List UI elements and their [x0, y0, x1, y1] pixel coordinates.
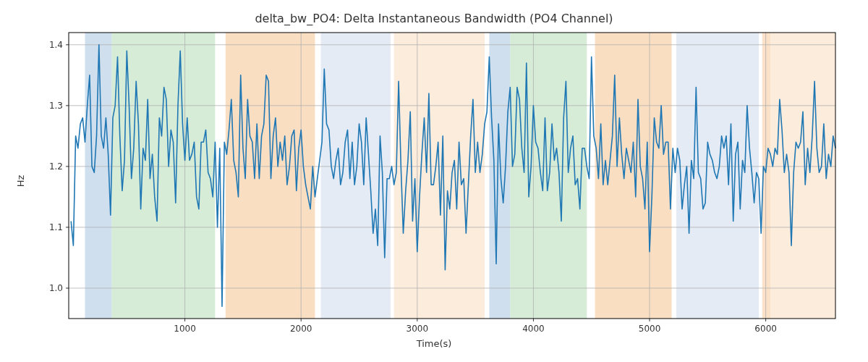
axes: 1000200030004000500060001.01.11.21.31.4 — [69, 33, 835, 319]
y-tick-label: 1.1 — [49, 222, 63, 232]
y-axis-label: Hz — [15, 175, 26, 188]
x-tick-label: 6000 — [754, 324, 777, 334]
y-tick-label: 1.3 — [49, 101, 63, 111]
x-tick-label: 2000 — [290, 324, 312, 334]
x-tick-label: 3000 — [407, 324, 429, 334]
y-tick-label: 1.0 — [49, 283, 63, 293]
chart-svg: 1000200030004000500060001.01.11.21.31.4 — [69, 33, 835, 319]
chart-title: delta_bw_PO4: Delta Instantaneous Bandwi… — [0, 12, 868, 25]
y-tick-label: 1.4 — [49, 40, 63, 50]
figure: delta_bw_PO4: Delta Instantaneous Bandwi… — [0, 0, 868, 362]
x-axis-label: Time(s) — [0, 338, 868, 349]
background-band — [510, 33, 587, 319]
x-tick-label: 1000 — [174, 324, 196, 334]
x-tick-label: 4000 — [522, 324, 545, 334]
y-tick-label: 1.2 — [49, 161, 63, 172]
x-tick-label: 5000 — [639, 324, 661, 334]
background-band — [489, 33, 510, 319]
